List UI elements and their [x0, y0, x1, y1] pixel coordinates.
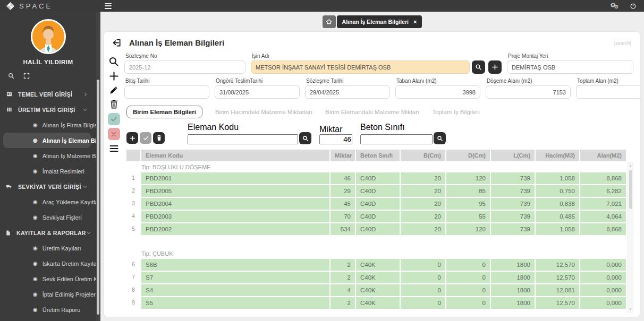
power-icon[interactable] [630, 3, 637, 10]
eleman-kodu-search-button[interactable] [299, 132, 311, 144]
table-row[interactable]: 9S52C40K00180012,5700,000 [126, 297, 626, 309]
cell-hacim-m3: 12,570 [536, 259, 579, 271]
scroll-up-icon[interactable]: ▲ [628, 164, 633, 167]
ongoru-teslim-tarihi-field[interactable] [215, 85, 300, 99]
sidebar-item-i-ptal-edilmi-projeler[interactable]: ◉İptal Edilmiş Projeler [0, 287, 96, 302]
avatar[interactable] [31, 19, 66, 54]
row-confirm-button[interactable] [140, 132, 151, 144]
sidebar-item-al-nan-i-malzeme-bilgileri[interactable]: ◉Alınan İş Malzeme Bilgileri [0, 148, 96, 163]
table-row[interactable]: 2PBD200529C40D20857390,7506,282 [126, 185, 626, 197]
table-row[interactable]: 4PBD200370C40D20557390,4854,064 [126, 211, 626, 222]
sozlesme-tarihi-field[interactable] [305, 85, 390, 99]
sidebar-section-temel-veri-gi-ri-i[interactable]: TEMEL VERİ GİRİŞİ [0, 86, 96, 102]
isin-adi-add-button[interactable] [488, 60, 502, 74]
tab-birim-eleman-bilgileri[interactable]: Birim Eleman Bilgileri [126, 106, 202, 118]
sidebar-scrollbar[interactable] [96, 12, 100, 321]
beton-sinifi-field[interactable] [360, 134, 433, 144]
column-header-eleman-kodu[interactable]: Eleman Kodu [141, 150, 329, 161]
chevron-right-icon [83, 92, 88, 97]
column-header-d-cm[interactable]: D(Cm) [446, 150, 490, 161]
column-header-hacim-m3[interactable]: Hacim(M3) [536, 150, 579, 161]
table-row[interactable]: 3PBD200445C40D20957390,8387,021 [126, 198, 626, 210]
settings-gears-icon[interactable]: ⚙⚙ [610, 2, 620, 8]
column-header-beton-s-n-f[interactable]: Beton Sınıfı [356, 150, 400, 161]
proje-montaj-yeri-field[interactable] [507, 60, 633, 74]
cell-row-number: 8 [126, 284, 140, 296]
beton-sinifi-label: Beton Sınıfı [360, 123, 446, 132]
sidebar-section-reti-m-veri-gi-ri-i[interactable]: ÜRETİM VERİ GİRİŞİ [0, 102, 96, 117]
eleman-kodu-field[interactable] [188, 134, 298, 144]
tab-toplam-i-bilgileri[interactable]: Toplam İş Bilgileri [432, 106, 479, 118]
add-record-icon[interactable] [109, 71, 119, 81]
miktar-field[interactable] [319, 134, 352, 144]
tab-close-icon[interactable]: × [413, 19, 417, 25]
cancel-button[interactable] [108, 128, 120, 140]
back-icon[interactable] [112, 38, 122, 48]
sidebar-item-al-nan-i-firma-bilgisi[interactable]: ◉Alınan İş Firma Bilgisi [0, 117, 96, 133]
table-row[interactable]: 5PBD2002534C40D201207391,0588,868 [126, 223, 626, 235]
table-scrollbar[interactable]: ▲ ▼ [628, 162, 633, 313]
doseme-alani-field[interactable] [486, 85, 571, 99]
sozlesme-no-field[interactable] [124, 60, 245, 74]
cell-alan-m2: 8,868 [580, 172, 626, 184]
cell-l-cm: 739 [491, 198, 535, 210]
sidebar-item-sevkiyat-fi-leri[interactable]: ◉Sevkiyat Fişleri [0, 210, 96, 225]
cell-alan-m2: 6,282 [580, 185, 626, 197]
fullscreen-icon[interactable] [23, 73, 30, 79]
column-header-l-cm[interactable]: L(Cm) [491, 150, 535, 161]
truck-icon [5, 184, 13, 189]
radio-bullet-icon: ◉ [33, 307, 38, 313]
tab-birim-elemandaki-malzeme-miktar[interactable]: Birim Elemandaki Malzeme Miktarı [325, 106, 419, 118]
brand-name: SPACE [19, 2, 53, 10]
column-header-b-cm[interactable]: B(Cm) [401, 150, 445, 161]
table-row[interactable]: 1PBD200146C40D201207391,0588,868 [126, 172, 626, 184]
confirm-button[interactable] [108, 113, 120, 125]
cell-beton-sinifi: C40D [356, 223, 400, 235]
row-add-button[interactable] [126, 132, 138, 144]
list-menu-icon[interactable] [109, 145, 118, 152]
sidebar-item-sevk-edilen-retim-kay-tlar[interactable]: ◉Sevk Edilen Üretim Kayıtları [0, 271, 96, 287]
cell-d-cm: 0 [446, 297, 490, 309]
beton-sinifi-search-button[interactable] [434, 132, 446, 144]
cell-alan-m2: 0,000 [580, 259, 626, 271]
sidebar-item-al-nan-i-eleman-bilgileri[interactable]: ◉Alınan İş Eleman Bilgileri [3, 133, 91, 148]
scroll-down-icon[interactable]: ▼ [628, 308, 633, 311]
isin-adi-search-button[interactable] [472, 60, 485, 74]
sidebar-item-iskarta-retim-kay-lar[interactable]: ◉Iskarta Üretim Kayıları [0, 256, 96, 271]
tab-birim-hacimdeki-malzeme-miktarlar[interactable]: Birim Hacimdeki Malzeme Miktarları [215, 106, 312, 118]
sidebar-section-kayitlar-raporlar[interactable]: KAYITLAR & RAPORLAR [0, 225, 96, 240]
cell-eleman-kodu: S7 [141, 272, 329, 283]
sidebar-item-label: Sevk Edilen Üretim Kayıtları [43, 276, 96, 282]
cell-row-number: 1 [126, 172, 140, 184]
taban-alani-field[interactable] [395, 85, 480, 99]
toplam-alan-field[interactable] [576, 85, 640, 99]
sidebar-search-icon[interactable] [8, 73, 14, 79]
table-row[interactable]: 7S72C40K00180012,5700,000 [126, 272, 626, 283]
table-row[interactable]: 6S6B2C40K00180012,5700,000 [126, 259, 626, 271]
open-tab[interactable]: Alınan İş Eleman Bilgileri × [337, 15, 422, 28]
delete-record-icon[interactable] [109, 99, 118, 109]
home-button[interactable] [323, 15, 336, 28]
table-row[interactable]: 8S44C40K00180012,0810,000 [126, 284, 626, 296]
sidebar-item-i-malat-resimleri[interactable]: ◉İmalat Resimleri [0, 163, 96, 179]
table-scrollbar-thumb[interactable] [629, 170, 632, 209]
cell-l-cm: 739 [491, 223, 535, 235]
bitis-tarihi-field[interactable] [124, 85, 209, 99]
column-header-miktar[interactable]: Miktar [331, 150, 355, 161]
sidebar-section-sevki-yat-veri-gi-ri-i[interactable]: SEVKİYAT VERİ GİRİŞİ [0, 179, 96, 194]
home-icon [326, 19, 332, 25]
row-delete-button[interactable] [153, 132, 165, 144]
sidebar-item-ara-y-kleme-kay-tlar[interactable]: ◉Araç Yükleme Kayıtları [0, 194, 96, 210]
sidebar-item-retim-kay-lar[interactable]: ◉Üretim Kayıları [0, 240, 96, 256]
sidebar-item-retim-raporu[interactable]: ◉Üretim Raporu [0, 302, 96, 317]
sidebar-item-t-ketim-raporu[interactable]: ◉Tüketim Raporu [0, 317, 96, 321]
breadcrumb: Alınan İş Eleman Bilgileri × [100, 12, 644, 32]
edit-record-icon[interactable] [109, 85, 118, 95]
cell-miktar: 2 [331, 272, 355, 283]
sidebar-toggle-icon[interactable] [105, 3, 112, 9]
cell-beton-sinifi: C40D [356, 185, 400, 197]
isin-adi-field[interactable] [251, 60, 470, 74]
sidebar-scrollbar-thumb[interactable] [97, 80, 99, 315]
search-record-icon[interactable] [108, 56, 119, 67]
column-header-alan-m2[interactable]: Alan(M2) [580, 150, 626, 161]
